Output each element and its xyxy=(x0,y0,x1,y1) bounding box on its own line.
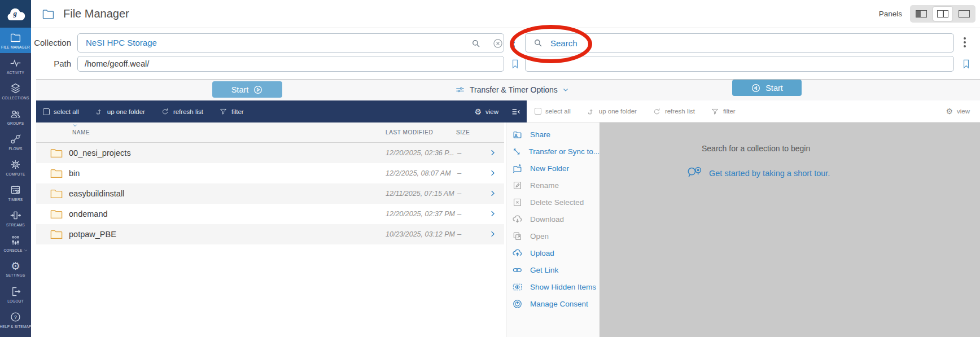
sidebar-item-file-manager[interactable]: FILE MANAGER xyxy=(0,28,31,53)
panel-layout-wide-button[interactable] xyxy=(955,7,974,21)
search-icon xyxy=(533,38,543,48)
column-header-modified[interactable]: LAST MODIFIED xyxy=(386,122,433,142)
sidebar-item-settings[interactable]: ⚙SETTINGS xyxy=(0,256,31,282)
bookmark-icon[interactable] xyxy=(510,56,520,71)
chevron-right-icon[interactable] xyxy=(488,169,497,177)
menu-item-download[interactable]: Download xyxy=(506,211,600,227)
play-circle-icon xyxy=(253,85,263,95)
bookmark-icon[interactable] xyxy=(961,56,972,71)
panel-layout-single-button[interactable] xyxy=(912,7,931,21)
refresh-icon xyxy=(161,107,169,116)
sidebar-item-help-sitemap[interactable]: HELP & SITEMAP xyxy=(0,307,31,332)
start-transfer-left-button[interactable]: Start xyxy=(212,81,282,98)
chevron-right-icon[interactable] xyxy=(488,230,497,238)
transfer-timer-options-label: Transfer & Timer Options xyxy=(470,85,558,94)
filter-button[interactable]: filter xyxy=(219,107,244,116)
menu-item-show-hidden-items[interactable]: Show Hidden Items xyxy=(506,278,600,295)
wide-panel-icon xyxy=(959,10,970,17)
sidebar-nav: FILE MANAGER ACTIVITY COLLECTIONS GROUPS… xyxy=(0,28,31,337)
file-action-menu: Share Transfer or Sync to... New Folder … xyxy=(506,122,600,337)
start-transfer-right-button[interactable]: Start xyxy=(732,80,802,96)
folder-icon xyxy=(10,32,21,43)
panel-layout-double-button[interactable] xyxy=(933,7,952,21)
chevron-right-icon[interactable] xyxy=(488,189,497,198)
right-path-input[interactable] xyxy=(525,56,954,72)
sidebar-item-streams[interactable]: STREAMS xyxy=(0,205,31,231)
menu-item-rename[interactable]: Rename xyxy=(506,177,600,194)
left-panel-toolbar: select all up one folder refresh list fi… xyxy=(36,100,527,122)
menu-item-open[interactable]: Open xyxy=(506,227,600,244)
activity-icon xyxy=(10,57,21,69)
refresh-list-button[interactable]: refresh list xyxy=(161,107,203,116)
double-panel-icon xyxy=(937,10,948,17)
search-input[interactable] xyxy=(525,33,954,52)
column-header-name[interactable]: NAME xyxy=(72,122,78,128)
refresh-icon xyxy=(653,107,661,116)
menu-item-share[interactable]: Share xyxy=(506,126,600,143)
menu-item-get-link[interactable]: Get Link xyxy=(506,261,600,278)
transfer-timer-options[interactable]: Transfer & Timer Options xyxy=(455,79,569,100)
up-one-folder-button[interactable]: up one folder xyxy=(587,107,637,116)
view-settings-button[interactable]: ⚙view xyxy=(946,107,970,115)
path-input[interactable] xyxy=(77,56,504,72)
clear-collection-icon[interactable] xyxy=(492,38,504,49)
search-icon[interactable] xyxy=(471,38,481,49)
right-panel-menu-kebab[interactable] xyxy=(964,37,966,47)
select-all-button[interactable]: select all xyxy=(43,108,79,115)
column-header-size[interactable]: SIZE xyxy=(456,122,470,142)
right-panel-empty-state: Search for a collection to begin Get sta… xyxy=(600,122,980,337)
view-settings-button[interactable]: ⚙view xyxy=(474,108,498,116)
single-panel-icon xyxy=(916,10,927,17)
groups-icon xyxy=(10,108,21,120)
table-row[interactable]: 00_nesi_projects 12/20/2025, 02:36 P... … xyxy=(36,143,504,163)
file-manager-icon xyxy=(41,7,56,21)
sidebar-item-compute[interactable]: COMPUTE xyxy=(0,155,31,180)
sidebar-item-collections[interactable]: COLLECTIONS xyxy=(0,78,31,104)
folder-icon xyxy=(50,168,63,178)
menu-item-new-folder[interactable]: New Folder xyxy=(506,160,600,177)
select-all-button[interactable]: select all xyxy=(535,108,571,115)
menu-item-manage-consent[interactable]: Manage Consent xyxy=(506,295,600,312)
collection-label: Collection xyxy=(32,33,71,52)
filter-funnel-icon xyxy=(711,107,719,116)
share-icon xyxy=(512,129,523,140)
globus-cloud-icon xyxy=(6,7,26,21)
download-cloud-icon xyxy=(512,214,523,225)
refresh-list-button[interactable]: refresh list xyxy=(653,107,695,116)
upload-cloud-icon xyxy=(512,248,523,259)
filter-funnel-icon xyxy=(219,107,228,116)
up-arrow-icon xyxy=(95,107,103,116)
gear-icon: ⚙ xyxy=(946,107,953,115)
filter-button[interactable]: filter xyxy=(711,107,736,116)
transfer-arrows-icon xyxy=(512,146,521,157)
panels-label: Panels xyxy=(835,0,902,28)
chevron-down-icon xyxy=(24,248,28,252)
collection-input[interactable]: NeSI HPC Storage xyxy=(77,33,504,52)
chevron-right-icon[interactable] xyxy=(488,209,497,218)
tour-link[interactable]: Get started by taking a short tour. xyxy=(686,165,830,181)
open-external-icon xyxy=(512,231,523,242)
up-one-folder-button[interactable]: up one folder xyxy=(95,107,145,116)
table-row[interactable]: easybuildinstall 12/11/2025, 07:15 AM – xyxy=(36,183,504,204)
eye-icon xyxy=(512,282,523,292)
sidebar-item-console[interactable]: CONSOLE xyxy=(0,231,31,256)
menu-item-delete-selected[interactable]: Delete Selected xyxy=(506,194,600,211)
collapse-menu-button[interactable] xyxy=(511,107,521,117)
menu-item-transfer-or-sync[interactable]: Transfer or Sync to... xyxy=(506,143,600,160)
consent-circle-icon xyxy=(512,299,523,309)
sidebar-item-timers[interactable]: TIMERS xyxy=(0,180,31,205)
top-bar xyxy=(0,0,980,28)
globus-logo[interactable] xyxy=(0,0,31,28)
menu-item-upload[interactable]: Upload xyxy=(506,244,600,261)
table-row[interactable]: bin 12/2/2025, 08:07 AM – xyxy=(36,163,504,183)
sidebar-item-logout[interactable]: LOGOUT xyxy=(0,282,31,307)
sidebar-item-flows[interactable]: FLOWS xyxy=(0,129,31,155)
table-row[interactable]: potpaw_PBE 10/23/2025, 03:12 PM – xyxy=(36,224,504,244)
table-row[interactable]: ondemand 12/20/2025, 02:37 PM – xyxy=(36,204,504,224)
sidebar-item-groups[interactable]: GROUPS xyxy=(0,104,31,129)
chevron-right-icon[interactable] xyxy=(488,148,497,157)
sidebar-item-activity[interactable]: ACTIVITY xyxy=(0,53,31,78)
rename-pencil-icon xyxy=(512,180,523,191)
collection-menu-kebab[interactable] xyxy=(513,37,515,47)
up-arrow-icon xyxy=(587,107,595,116)
